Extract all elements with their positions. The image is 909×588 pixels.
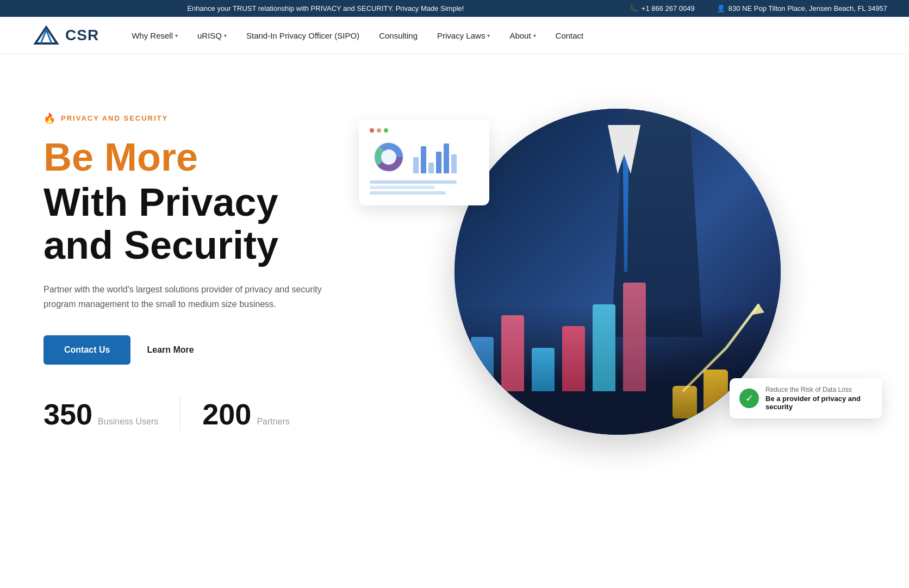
phone-icon: 📞 (630, 4, 638, 12)
stat-number-users: 350 (43, 397, 92, 431)
mini-bar-chart (413, 141, 457, 173)
hero-right-content: ✓ Reduce the Risk of Data Loss Be a prov… (370, 109, 866, 435)
dot-green (384, 128, 388, 133)
navbar: CSR Why Resell ▾ uRISQ ▾ Stand-In Privac… (0, 17, 909, 54)
hero-title-black: With Privacy and Security (43, 181, 370, 267)
chevron-down-icon: ▾ (175, 33, 178, 39)
bottom-notification-card: ✓ Reduce the Risk of Data Loss Be a prov… (730, 378, 882, 418)
nav-item-sipo[interactable]: Stand-In Privacy Officer (SIPO) (246, 31, 359, 40)
chevron-down-icon: ▾ (224, 33, 227, 39)
stat-label-users: Business Users (98, 417, 158, 427)
nav-item-why-resell[interactable]: Why Resell ▾ (132, 31, 178, 40)
nav-item-about[interactable]: About ▾ (509, 31, 536, 40)
dashboard-dots (370, 128, 478, 133)
mini-pie-chart (370, 138, 408, 176)
logo-icon (33, 24, 60, 46)
hero-description: Partner with the world's largest solutio… (43, 282, 326, 311)
logo-text: CSR (65, 27, 99, 44)
phone-number: +1 866 267 0049 (642, 4, 695, 12)
nav-item-contact[interactable]: Contact (556, 31, 584, 40)
chevron-down-icon: ▾ (533, 33, 536, 39)
phone-info: 📞 +1 866 267 0049 (630, 4, 695, 12)
top-bar: Enhance your TRUST relationship with PRI… (0, 0, 909, 17)
top-bar-contact: 📞 +1 866 267 0049 👤 830 NE Pop Tilton Pl… (630, 4, 887, 12)
dashboard-lines (370, 180, 478, 195)
contact-us-button[interactable]: Contact Us (43, 335, 130, 365)
hero-stats: 350 Business Users 200 Partners (43, 397, 370, 431)
check-circle-icon: ✓ (739, 389, 759, 408)
logo[interactable]: CSR (33, 24, 99, 46)
hero-title-orange: Be More (43, 137, 370, 177)
nav-links: Why Resell ▾ uRISQ ▾ Stand-In Privacy Of… (132, 31, 876, 40)
learn-more-button[interactable]: Learn More (147, 345, 194, 355)
bottom-card-subtitle: Be a provider of privacy and security (765, 395, 872, 411)
hero-badge: 🔥 Privacy and Security (43, 112, 370, 124)
address-text: 830 NE Pop Tilton Place, Jensen Beach, F… (729, 4, 887, 12)
chevron-down-icon: ▾ (487, 33, 490, 39)
bottom-card-text: Reduce the Risk of Data Loss Be a provid… (765, 386, 872, 411)
nav-item-urisq[interactable]: uRISQ ▾ (197, 31, 227, 40)
stat-partners: 200 Partners (180, 397, 312, 431)
address-info: 👤 830 NE Pop Tilton Place, Jensen Beach,… (717, 4, 887, 12)
bottom-card-title: Reduce the Risk of Data Loss (765, 386, 872, 393)
hero-section: 🔥 Privacy and Security Be More With Priv… (0, 54, 909, 478)
location-icon: 👤 (717, 4, 725, 12)
nav-item-consulting[interactable]: Consulting (379, 31, 418, 40)
stat-number-partners: 200 (202, 397, 251, 431)
hero-left-content: 🔥 Privacy and Security Be More With Priv… (43, 112, 370, 431)
dashboard-card (359, 120, 489, 205)
dot-red (370, 128, 374, 133)
dashboard-charts (370, 138, 478, 176)
stat-label-partners: Partners (257, 417, 289, 427)
stat-business-users: 350 Business Users (43, 397, 180, 431)
nav-item-privacy-laws[interactable]: Privacy Laws ▾ (437, 31, 490, 40)
hero-buttons: Contact Us Learn More (43, 335, 370, 365)
fire-icon: 🔥 (43, 112, 57, 124)
announcement-text: Enhance your TRUST relationship with PRI… (22, 4, 630, 12)
svg-marker-0 (35, 27, 57, 43)
badge-text: Privacy and Security (61, 114, 168, 122)
dot-orange (377, 128, 381, 133)
